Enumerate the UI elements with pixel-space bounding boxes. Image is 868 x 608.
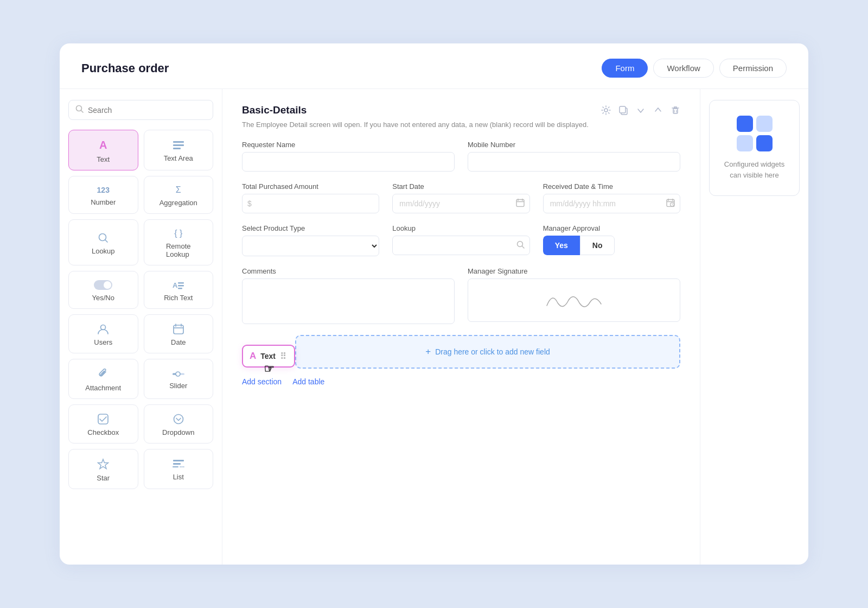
widget-lookup[interactable]: Lookup — [68, 219, 138, 265]
aggregation-widget-icon: Σ — [176, 185, 181, 195]
page-title: Purchase order — [81, 61, 584, 75]
checkbox-widget-icon — [98, 414, 108, 425]
svg-point-20 — [176, 372, 180, 376]
widget-users[interactable]: Users — [68, 314, 138, 353]
arrow-up-icon[interactable] — [653, 105, 663, 118]
received-date-field: Received Date & Time — [543, 182, 680, 213]
svg-rect-25 — [173, 463, 181, 465]
delete-icon[interactable] — [671, 105, 680, 118]
tab-form[interactable]: Form — [602, 59, 648, 78]
chip-text-label: Text — [260, 352, 276, 360]
text-widget-icon: A — [99, 139, 107, 151]
widget-list-label: List — [173, 473, 184, 481]
svg-rect-11 — [178, 285, 184, 287]
widget-number-label: Number — [91, 198, 116, 206]
total-purchased-label: Total Purchased Amount — [242, 182, 379, 191]
remote-lookup-widget-icon: { } — [174, 229, 182, 238]
date-widget-icon — [173, 324, 184, 334]
manager-approval-label: Manager Approval — [543, 224, 680, 232]
drop-target[interactable]: + Drag here or click to add new field — [295, 335, 680, 369]
no-button[interactable]: No — [580, 236, 615, 255]
lookup-input[interactable] — [392, 236, 529, 255]
svg-rect-34 — [516, 200, 524, 207]
users-widget-icon — [97, 324, 109, 334]
body-row: A Text Text Area 123 Number Σ — [60, 89, 808, 565]
widget-remote-lookup-label: RemoteLookup — [166, 242, 191, 258]
yes-no-group: Yes No — [543, 236, 680, 255]
svg-text:A: A — [173, 281, 178, 289]
svg-rect-31 — [673, 109, 678, 113]
widget-grid: A Text Text Area 123 Number Σ — [68, 130, 213, 489]
tab-permission[interactable]: Permission — [719, 59, 787, 78]
dollar-sign: $ — [247, 199, 252, 208]
widget-text[interactable]: A Text — [68, 130, 138, 170]
search-box[interactable] — [68, 100, 213, 120]
widget-icon-sq-1 — [737, 116, 753, 132]
received-date-input[interactable] — [543, 194, 680, 213]
copy-icon[interactable] — [618, 105, 628, 118]
svg-rect-30 — [620, 106, 626, 113]
comments-textarea[interactable] — [242, 278, 455, 324]
widget-textarea[interactable]: Text Area — [144, 130, 214, 170]
widget-rich-text[interactable]: A Rich Text — [144, 271, 214, 309]
total-purchased-field: Total Purchased Amount $ — [242, 182, 379, 213]
yes-button[interactable]: Yes — [543, 236, 580, 255]
svg-rect-4 — [173, 148, 181, 149]
widget-icon-sq-4 — [756, 135, 773, 151]
requester-name-input[interactable] — [242, 152, 455, 172]
widget-rich-text-label: Rich Text — [164, 294, 193, 302]
widget-dropdown[interactable]: Dropdown — [144, 404, 214, 444]
widget-yesno-label: Yes/No — [92, 294, 114, 302]
total-purchased-input[interactable] — [242, 194, 379, 213]
add-section-link[interactable]: Add section — [242, 377, 282, 386]
dragging-chip[interactable]: A Text ⠿ ☞ — [242, 345, 295, 368]
widget-checkbox[interactable]: Checkbox — [68, 404, 138, 444]
widget-remote-lookup[interactable]: { } RemoteLookup — [144, 219, 214, 265]
calendar-icon — [516, 199, 525, 209]
lookup-field: Lookup — [392, 224, 529, 256]
widget-aggregation[interactable]: Σ Aggregation — [144, 176, 214, 214]
widget-slider[interactable]: Slider — [144, 359, 214, 399]
widget-yesno[interactable]: Yes/No — [68, 271, 138, 309]
svg-rect-14 — [174, 325, 183, 334]
widget-textarea-label: Text Area — [164, 154, 193, 162]
settings-icon[interactable] — [601, 105, 611, 118]
search-icon — [75, 105, 84, 115]
list-widget-icon — [173, 459, 184, 469]
add-table-link[interactable]: Add table — [292, 377, 324, 386]
svg-point-22 — [174, 415, 183, 424]
sidebar: A Text Text Area 123 Number Σ — [60, 89, 222, 565]
add-links-row: Add section Add table — [242, 377, 680, 386]
widget-placeholder: Configured widgets can visible here — [709, 100, 800, 196]
start-date-input[interactable] — [392, 194, 529, 213]
widget-slider-label: Slider — [169, 382, 187, 390]
widget-users-label: Users — [94, 338, 112, 346]
textarea-widget-icon — [173, 141, 184, 150]
manager-approval-field: Manager Approval Yes No — [543, 224, 680, 256]
start-date-label: Start Date — [392, 182, 529, 191]
svg-rect-2 — [173, 141, 184, 143]
section-desc: The Employee Detail screen will open. If… — [242, 121, 680, 129]
widget-list[interactable]: List — [144, 449, 214, 489]
widget-attachment[interactable]: Attachment — [68, 359, 138, 399]
widget-date[interactable]: Date — [144, 314, 214, 353]
widget-number[interactable]: 123 Number — [68, 176, 138, 214]
product-type-field: Select Product Type — [242, 224, 379, 256]
requester-name-field: Requester Name — [242, 141, 455, 172]
yesno-widget-icon — [94, 280, 112, 290]
product-type-select[interactable] — [242, 236, 379, 256]
plus-icon: + — [425, 346, 431, 357]
form-row-2: Total Purchased Amount $ Start Date — [242, 182, 680, 213]
arrow-down-icon[interactable] — [636, 105, 646, 118]
svg-rect-3 — [173, 144, 184, 146]
widget-dropdown-label: Dropdown — [162, 428, 194, 436]
svg-rect-24 — [173, 460, 184, 461]
calendar-clock-icon — [666, 199, 675, 209]
svg-line-44 — [522, 246, 524, 249]
lookup-label: Lookup — [392, 224, 529, 232]
svg-marker-23 — [98, 459, 108, 469]
widget-star[interactable]: Star — [68, 449, 138, 489]
mobile-number-input[interactable] — [468, 152, 680, 172]
tab-workflow[interactable]: Workflow — [653, 59, 713, 78]
search-input[interactable] — [88, 106, 206, 115]
